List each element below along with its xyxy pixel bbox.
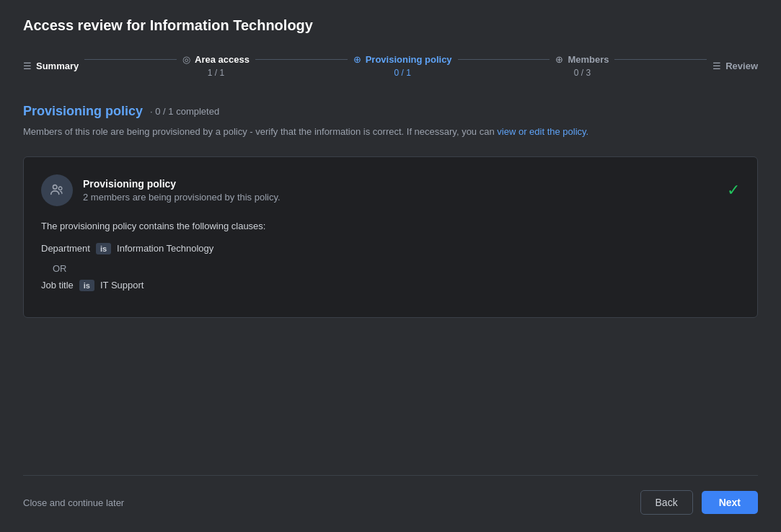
- step-summary-label: Summary: [36, 61, 79, 71]
- clause-row-1: Department is Information Technology: [41, 243, 740, 254]
- main-content: Provisioning policy · 0 / 1 completed Me…: [23, 104, 758, 458]
- clause-field-2: Job title: [41, 280, 74, 291]
- check-icon: ✓: [727, 181, 740, 200]
- policy-link[interactable]: view or edit the policy.: [497, 126, 588, 137]
- svg-point-1: [58, 186, 62, 190]
- step-provisioning-count: 0 / 1: [394, 68, 410, 78]
- section-header: Provisioning policy · 0 / 1 completed: [23, 104, 758, 119]
- provisioning-icon: ⊕: [353, 54, 361, 65]
- section-desc: Members of this role are being provision…: [23, 125, 758, 139]
- connector-1: [84, 59, 177, 60]
- connector-4: [614, 59, 707, 60]
- connector-3: [458, 59, 550, 60]
- step-review-label: Review: [725, 61, 758, 71]
- step-provisioning-label: Provisioning policy: [366, 54, 452, 65]
- step-area-access-count: 1 / 1: [208, 68, 224, 78]
- review-icon: ☰: [712, 61, 721, 71]
- step-summary: ☰ Summary: [23, 61, 79, 71]
- section-desc-text: Members of this role are being provision…: [23, 126, 495, 137]
- clauses-intro: The provisioning policy contains the fol…: [41, 221, 740, 231]
- policy-info-sub: 2 members are being provisioned by this …: [83, 192, 281, 203]
- policy-card: Provisioning policy 2 members are being …: [23, 156, 758, 318]
- clause-value-1: Information Technology: [117, 243, 213, 254]
- back-button[interactable]: Back: [640, 490, 693, 515]
- section-badge: · 0 / 1 completed: [150, 106, 219, 117]
- clause-operator-2: is: [79, 280, 94, 291]
- step-members-label: Members: [568, 54, 609, 65]
- summary-icon: ☰: [23, 61, 32, 71]
- step-area-access-label: Area access: [195, 54, 250, 65]
- policy-card-header: Provisioning policy 2 members are being …: [41, 174, 740, 206]
- policy-card-left: Provisioning policy 2 members are being …: [41, 174, 281, 206]
- step-area-access: ◎ Area access 1 / 1: [182, 54, 250, 78]
- footer-right: Back Next: [640, 490, 758, 515]
- step-members: ⊕ Members 0 / 3: [555, 54, 609, 78]
- stepper: ☰ Summary ◎ Area access 1 / 1 ⊕ Provisio…: [23, 54, 758, 78]
- next-button[interactable]: Next: [702, 491, 758, 514]
- section-title: Provisioning policy: [23, 104, 143, 119]
- area-access-icon: ◎: [182, 54, 190, 65]
- step-provisioning-policy: ⊕ Provisioning policy 0 / 1: [353, 54, 452, 78]
- members-icon: ⊕: [555, 54, 563, 65]
- svg-point-0: [53, 185, 58, 189]
- clause-value-2: IT Support: [100, 280, 144, 291]
- connector-2: [255, 59, 348, 60]
- step-members-count: 0 / 3: [574, 68, 591, 78]
- clause-row-2: Job title is IT Support: [41, 280, 740, 291]
- footer: Close and continue later Back Next: [23, 475, 758, 532]
- page-title: Access review for Information Technology: [23, 17, 758, 34]
- policy-icon-circle: [41, 174, 73, 206]
- step-review: ☰ Review: [712, 61, 758, 71]
- policy-info: Provisioning policy 2 members are being …: [83, 178, 281, 203]
- clause-operator-1: is: [96, 243, 111, 254]
- close-continue-button[interactable]: Close and continue later: [23, 497, 124, 508]
- policy-info-title: Provisioning policy: [83, 178, 281, 190]
- or-divider: OR: [41, 263, 740, 274]
- clause-field-1: Department: [41, 243, 90, 254]
